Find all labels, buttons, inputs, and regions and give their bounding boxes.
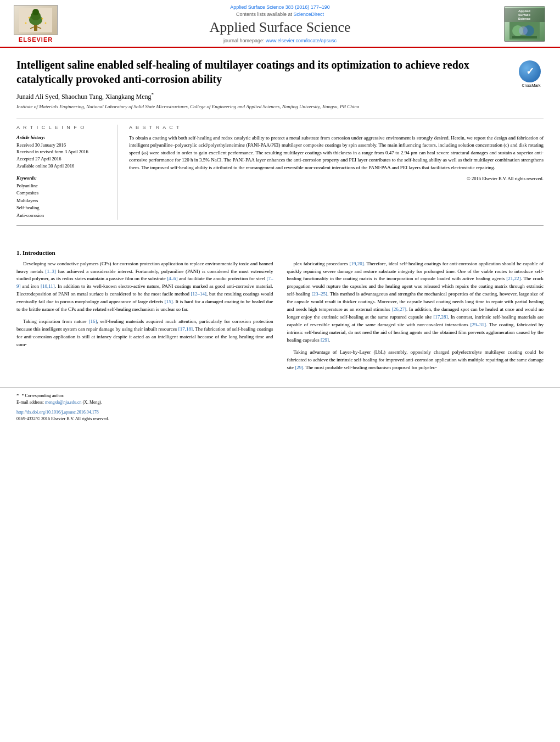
journal-reference: Applied Surface Science 383 (2016) 177–1… [71,4,489,10]
crossmark-logo: ✓ CrossMark [519,60,544,85]
section-number: 1. [16,249,21,256]
ref-12-14[interactable]: [12–14] [191,291,207,297]
divider [16,119,544,119]
body-col-2: plex fabricating procedures [19,20]. The… [287,260,544,376]
issn-section: 0169-4332/© 2016 Elsevier B.V. All right… [16,416,544,422]
ref-29-31[interactable]: [29–31] [471,322,486,327]
doi-section: http://dx.doi.org/10.1016/j.apsusc.2016.… [16,409,544,416]
article-history-label: Article history: [16,135,109,140]
keywords-section: Keywords: Polyaniline Composites Multila… [16,175,109,220]
keywords-label: Keywords: [16,175,109,181]
ref-21-22[interactable]: [21,22] [506,276,520,281]
ref-1-3[interactable]: [1–3] [46,269,57,274]
keyword-self-healing: Self-healing [16,204,109,212]
journal-logo-icon [509,22,540,40]
article-title-section: Intelligent saline enabled self-healing … [16,58,544,86]
svg-point-10 [45,23,47,24]
body-text-col1: Developing new conductive polymers (CPs)… [16,260,273,349]
article-content: Intelligent saline enabled self-healing … [0,48,560,241]
contents-available: Contents lists available at ScienceDirec… [71,12,489,17]
svg-point-4 [32,9,39,15]
available-date: Available online 30 April 2016 [16,163,109,170]
main-body: 1. Introduction Developing new conductiv… [0,249,560,376]
ref-7-9[interactable]: [7–9] [16,276,273,289]
doi-issn-section: http://dx.doi.org/10.1016/j.apsusc.2016.… [16,409,544,422]
ref-15[interactable]: [15] [165,299,173,304]
keyword-polyaniline: Polyaniline [16,182,109,190]
authors-text: Junaid Ali Syed, Shaochun Tang, Xiangkan… [16,93,152,101]
ref-10-11[interactable]: [10,11] [41,283,55,289]
crossmark-icon: ✓ [519,60,541,82]
contents-text: Contents lists available at [236,12,292,17]
ref-19-20[interactable]: [19,20] [349,261,363,266]
received-revised-date: Received in revised form 3 April 2016 [16,148,109,155]
body-col-1: Developing new conductive polymers (CPs)… [16,260,273,376]
email-link[interactable]: mengxk@nju.edu.cn [45,400,81,405]
elsevier-logo-image [14,5,58,35]
journal-logo-image: Applied Surface Science [504,6,545,42]
keyword-anti-corrosion: Anti-corrosion [16,212,109,220]
divider-2 [16,225,544,226]
svg-point-9 [25,23,27,24]
journal-logo-right: Applied Surface Science [500,6,549,42]
intro-para-2: Taking inspiration from nature [16], sel… [16,318,273,349]
article-info-column: A R T I C L E I N F O Article history: R… [16,125,118,220]
abstract-heading: A B S T R A C T [129,125,544,130]
journal-ref-text: Applied Surface Science 383 (2016) 177–1… [230,4,330,10]
intro-para-4: Taking advantage of Layer-by-Layer (LbL)… [287,349,544,372]
body-text-col2: plex fabricating procedures [19,20]. The… [287,260,544,372]
received-date: Received 30 January 2016 [16,142,109,149]
footnote-star: * [16,393,19,398]
email-name: (X. Meng). [82,400,102,405]
intro-para-1: Developing new conductive polymers (CPs)… [16,260,273,314]
page: ELSEVIER Applied Surface Science 383 (20… [0,0,560,742]
article-info-abstract-layout: A R T I C L E I N F O Article history: R… [16,125,544,220]
journal-logo-title: Applied Surface Science [505,8,545,23]
header-center: Applied Surface Science 383 (2016) 177–1… [60,4,500,43]
article-info-heading: A R T I C L E I N F O [16,125,109,130]
footer-section: * * Corresponding author. E-mail address… [0,387,560,423]
homepage-url[interactable]: www.elsevier.com/locate/apsusc [266,38,337,43]
abstract-text: To obtain a coating with both self-heali… [129,135,544,172]
elsevier-logo: ELSEVIER [11,5,60,43]
introduction-heading: 1. Introduction [16,249,544,256]
ref-16[interactable]: [16] [88,319,97,324]
abstract-column: A B S T R A C T To obtain a coating with… [129,125,544,220]
section-title-text: Introduction [23,249,55,256]
elsevier-tree-icon [19,8,52,32]
footnote-corresponding: * * Corresponding author. [16,392,544,400]
ref-29c[interactable]: [29] [295,365,303,370]
email-label: E-mail address: [16,400,44,405]
svg-point-8 [42,18,43,20]
corresponding-author-note: * Corresponding author. [22,393,65,398]
journal-title: Applied Surface Science [71,19,489,36]
intro-para-3: plex fabricating procedures [19,20]. The… [287,260,544,344]
body-two-col: Developing new conductive polymers (CPs)… [16,260,544,376]
svg-point-14 [519,26,528,35]
keyword-multilayers: Multilayers [16,197,109,205]
accepted-date: Accepted 27 April 2016 [16,155,109,163]
keyword-composites: Composites [16,189,109,197]
sciencedirect-link[interactable]: ScienceDirect [294,12,324,17]
copyright: © 2016 Elsevier B.V. All rights reserved… [129,176,544,181]
journal-homepage: journal homepage: www.elsevier.com/locat… [71,38,489,43]
svg-rect-15 [512,36,537,38]
journal-header: ELSEVIER Applied Surface Science 383 (20… [0,0,560,48]
ref-4-6[interactable]: [4–6] [167,276,178,281]
footnote-email: E-mail address: mengxk@nju.edu.cn (X. Me… [16,399,544,406]
affiliation: Institute of Materials Engineering, Nati… [16,103,544,110]
ref-23-25[interactable]: [23–25] [312,291,328,297]
article-title: Intelligent saline enabled self-healing … [16,58,519,86]
ref-17-28[interactable]: [17,28] [433,314,447,320]
elsevier-brand-text: ELSEVIER [19,36,53,43]
ref-17-18[interactable]: [17,18] [178,326,193,332]
homepage-label: journal homepage: [223,38,265,43]
corresponding-author-sup: * [152,92,154,97]
ref-29b[interactable]: [29] [321,337,329,343]
doi-link[interactable]: http://dx.doi.org/10.1016/j.apsusc.2016.… [16,410,99,415]
crossmark-label: CrossMark [519,83,544,87]
ref-26-27[interactable]: [26,27] [392,306,406,312]
authors: Junaid Ali Syed, Shaochun Tang, Xiangkan… [16,92,544,101]
svg-point-7 [29,17,30,19]
